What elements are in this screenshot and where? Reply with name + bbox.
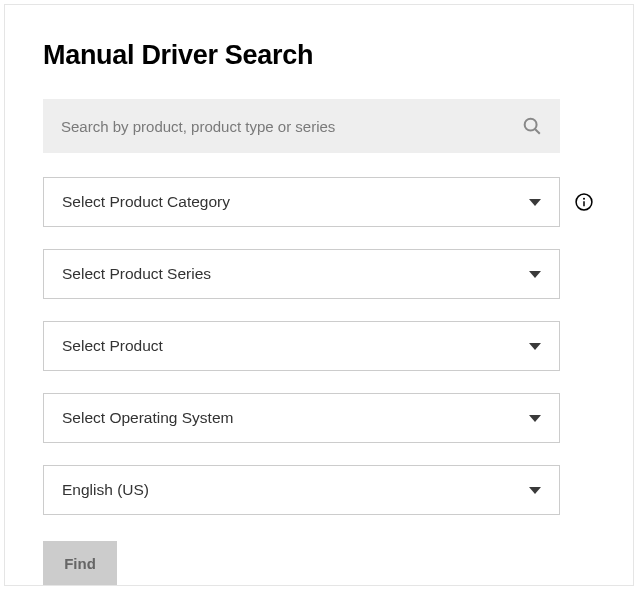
operating-system-dropdown[interactable]: Select Operating System — [43, 393, 560, 443]
caret-down-icon — [529, 343, 541, 350]
search-input[interactable] — [43, 99, 560, 153]
operating-system-row: Select Operating System — [43, 393, 595, 443]
caret-down-icon — [529, 487, 541, 494]
caret-down-icon — [529, 199, 541, 206]
product-row: Select Product — [43, 321, 595, 371]
language-row: English (US) — [43, 465, 595, 515]
dropdown-label: Select Operating System — [62, 409, 233, 427]
caret-down-icon — [529, 271, 541, 278]
dropdown-label: Select Product Series — [62, 265, 211, 283]
dropdown-label: English (US) — [62, 481, 149, 499]
search-row — [43, 99, 595, 153]
product-category-row: Select Product Category — [43, 177, 595, 227]
product-series-dropdown[interactable]: Select Product Series — [43, 249, 560, 299]
product-series-row: Select Product Series — [43, 249, 595, 299]
caret-down-icon — [529, 415, 541, 422]
language-dropdown[interactable]: English (US) — [43, 465, 560, 515]
dropdown-label: Select Product Category — [62, 193, 230, 211]
product-dropdown[interactable]: Select Product — [43, 321, 560, 371]
info-icon[interactable] — [574, 192, 594, 212]
product-category-dropdown[interactable]: Select Product Category — [43, 177, 560, 227]
page-title: Manual Driver Search — [43, 40, 595, 71]
svg-point-3 — [583, 198, 585, 200]
find-button[interactable]: Find — [43, 541, 117, 585]
driver-search-card: Manual Driver Search Select Product Cate… — [4, 4, 634, 586]
dropdown-label: Select Product — [62, 337, 163, 355]
